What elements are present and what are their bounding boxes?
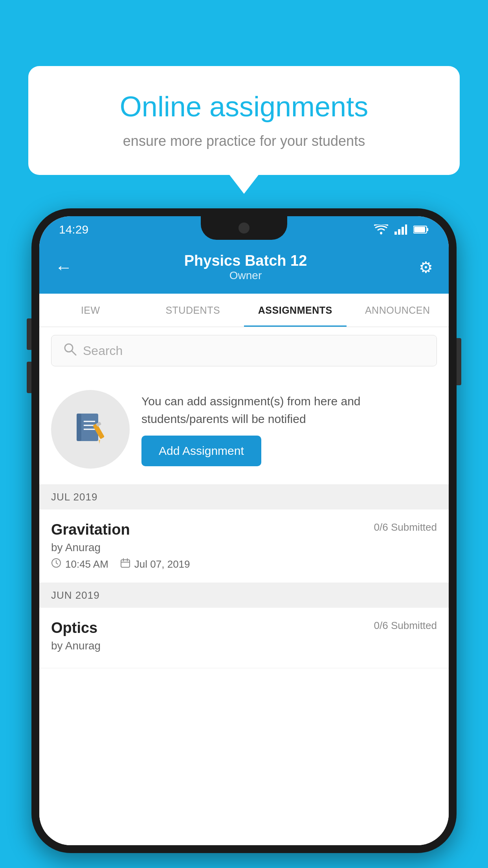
section-header-jun: JUN 2019 [39, 583, 449, 608]
assignment-author-optics: by Anurag [51, 640, 437, 652]
front-camera [238, 223, 250, 234]
assignment-meta-gravitation: 10:45 AM Jul 07, 201 [51, 558, 437, 571]
phone-wrapper: 14:29 [31, 208, 457, 868]
search-bar[interactable]: Search [51, 335, 437, 366]
assignment-icon-circle [51, 390, 130, 469]
svg-line-9 [72, 351, 76, 355]
clock-icon [51, 558, 61, 571]
assignment-item-optics[interactable]: Optics 0/6 Submitted by Anurag [39, 608, 449, 668]
svg-rect-1 [394, 232, 397, 235]
search-icon [63, 342, 77, 359]
notebook-icon [73, 412, 108, 447]
svg-point-0 [380, 232, 382, 234]
header-subtitle: Owner [72, 269, 419, 282]
svg-rect-11 [77, 414, 81, 441]
add-assignment-button[interactable]: Add Assignment [141, 436, 261, 466]
volume-up-button [27, 318, 31, 350]
content-area: Search [39, 327, 449, 845]
meta-date-gravitation: Jul 07, 2019 [120, 558, 190, 571]
promo-title: Online assignments [56, 90, 432, 123]
svg-rect-2 [398, 229, 400, 235]
promo-subtitle: ensure more practice for your students [56, 133, 432, 149]
assignment-row-top: Gravitation 0/6 Submitted [51, 521, 437, 538]
assignment-time-gravitation: 10:45 AM [65, 558, 108, 570]
tabs-bar: IEW STUDENTS ASSIGNMENTS ANNOUNCEN [39, 294, 449, 327]
volume-down-button [27, 362, 31, 393]
tab-iew[interactable]: IEW [39, 294, 142, 327]
phone-frame: 14:29 [31, 208, 457, 853]
section-header-jul: JUL 2019 [39, 485, 449, 509]
tab-students[interactable]: STUDENTS [142, 294, 244, 327]
status-icons [374, 224, 429, 235]
submitted-badge-gravitation: 0/6 Submitted [374, 521, 437, 533]
assignment-promo-text: You can add assignment(s) from here and … [141, 392, 437, 466]
power-button [457, 338, 461, 385]
battery-icon [413, 225, 429, 234]
svg-rect-21 [121, 560, 130, 567]
assignment-name-optics: Optics [51, 620, 97, 636]
svg-rect-4 [405, 224, 407, 235]
promo-card: Online assignments ensure more practice … [28, 66, 460, 175]
phone-notch [201, 216, 287, 240]
assignment-name-gravitation: Gravitation [51, 521, 130, 538]
wifi-icon [374, 224, 388, 235]
submitted-badge-optics: 0/6 Submitted [374, 620, 437, 632]
assignment-item-gravitation[interactable]: Gravitation 0/6 Submitted by Anurag [39, 509, 449, 583]
back-button[interactable]: ← [55, 257, 72, 277]
add-assignment-promo: You can add assignment(s) from here and … [39, 374, 449, 485]
svg-line-20 [56, 563, 58, 564]
search-container: Search [39, 327, 449, 374]
calendar-icon [120, 558, 130, 571]
tab-announcements[interactable]: ANNOUNCEN [347, 294, 449, 327]
tab-assignments[interactable]: ASSIGNMENTS [244, 294, 347, 327]
assignment-date-gravitation: Jul 07, 2019 [134, 558, 190, 570]
svg-marker-16 [99, 440, 100, 444]
settings-icon[interactable]: ⚙ [419, 258, 433, 276]
svg-rect-3 [402, 227, 404, 235]
svg-rect-7 [414, 227, 425, 232]
status-time: 14:29 [59, 223, 88, 236]
search-placeholder: Search [83, 344, 123, 358]
header-center: Physics Batch 12 Owner [72, 252, 419, 282]
signal-icon [394, 224, 407, 235]
svg-rect-6 [427, 228, 428, 231]
assignment-row-top-optics: Optics 0/6 Submitted [51, 620, 437, 636]
phone-screen: 14:29 [39, 216, 449, 845]
header-title: Physics Batch 12 [72, 252, 419, 269]
app-header: ← Physics Batch 12 Owner ⚙ [39, 243, 449, 294]
assignment-author-gravitation: by Anurag [51, 541, 437, 554]
assignment-promo-description: You can add assignment(s) from here and … [141, 392, 437, 428]
meta-time-gravitation: 10:45 AM [51, 558, 108, 571]
